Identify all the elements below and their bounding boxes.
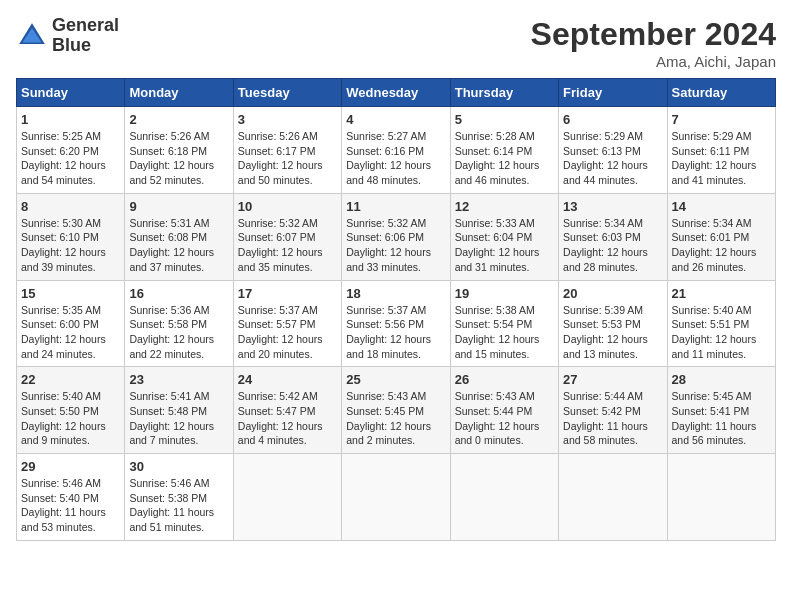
day-number: 27: [563, 372, 662, 387]
day-number: 15: [21, 286, 120, 301]
day-cell: 20Sunrise: 5:39 AMSunset: 5:53 PMDayligh…: [559, 280, 667, 367]
page-header: General Blue September 2024 Ama, Aichi, …: [16, 16, 776, 70]
day-info: Sunrise: 5:27 AMSunset: 6:16 PMDaylight:…: [346, 129, 445, 188]
day-number: 17: [238, 286, 337, 301]
day-info: Sunrise: 5:40 AMSunset: 5:50 PMDaylight:…: [21, 389, 120, 448]
day-number: 2: [129, 112, 228, 127]
day-cell: 12Sunrise: 5:33 AMSunset: 6:04 PMDayligh…: [450, 193, 558, 280]
day-info: Sunrise: 5:43 AMSunset: 5:45 PMDaylight:…: [346, 389, 445, 448]
month-title: September 2024: [531, 16, 776, 53]
day-cell: 29Sunrise: 5:46 AMSunset: 5:40 PMDayligh…: [17, 454, 125, 541]
day-number: 22: [21, 372, 120, 387]
header-monday: Monday: [125, 79, 233, 107]
day-info: Sunrise: 5:38 AMSunset: 5:54 PMDaylight:…: [455, 303, 554, 362]
day-cell: 10Sunrise: 5:32 AMSunset: 6:07 PMDayligh…: [233, 193, 341, 280]
header-sunday: Sunday: [17, 79, 125, 107]
calendar-table: Sunday Monday Tuesday Wednesday Thursday…: [16, 78, 776, 541]
day-cell: 23Sunrise: 5:41 AMSunset: 5:48 PMDayligh…: [125, 367, 233, 454]
day-info: Sunrise: 5:46 AMSunset: 5:38 PMDaylight:…: [129, 476, 228, 535]
day-cell: 16Sunrise: 5:36 AMSunset: 5:58 PMDayligh…: [125, 280, 233, 367]
empty-cell: [342, 454, 450, 541]
day-cell: 11Sunrise: 5:32 AMSunset: 6:06 PMDayligh…: [342, 193, 450, 280]
header-tuesday: Tuesday: [233, 79, 341, 107]
day-info: Sunrise: 5:43 AMSunset: 5:44 PMDaylight:…: [455, 389, 554, 448]
day-info: Sunrise: 5:36 AMSunset: 5:58 PMDaylight:…: [129, 303, 228, 362]
day-number: 6: [563, 112, 662, 127]
day-info: Sunrise: 5:32 AMSunset: 6:07 PMDaylight:…: [238, 216, 337, 275]
header-friday: Friday: [559, 79, 667, 107]
day-cell: 3Sunrise: 5:26 AMSunset: 6:17 PMDaylight…: [233, 107, 341, 194]
day-number: 13: [563, 199, 662, 214]
day-info: Sunrise: 5:42 AMSunset: 5:47 PMDaylight:…: [238, 389, 337, 448]
day-info: Sunrise: 5:29 AMSunset: 6:13 PMDaylight:…: [563, 129, 662, 188]
day-number: 12: [455, 199, 554, 214]
day-cell: 22Sunrise: 5:40 AMSunset: 5:50 PMDayligh…: [17, 367, 125, 454]
day-info: Sunrise: 5:46 AMSunset: 5:40 PMDaylight:…: [21, 476, 120, 535]
day-info: Sunrise: 5:40 AMSunset: 5:51 PMDaylight:…: [672, 303, 771, 362]
day-number: 4: [346, 112, 445, 127]
day-cell: 18Sunrise: 5:37 AMSunset: 5:56 PMDayligh…: [342, 280, 450, 367]
day-cell: 30Sunrise: 5:46 AMSunset: 5:38 PMDayligh…: [125, 454, 233, 541]
day-number: 8: [21, 199, 120, 214]
day-cell: 5Sunrise: 5:28 AMSunset: 6:14 PMDaylight…: [450, 107, 558, 194]
day-cell: 24Sunrise: 5:42 AMSunset: 5:47 PMDayligh…: [233, 367, 341, 454]
day-number: 30: [129, 459, 228, 474]
day-number: 9: [129, 199, 228, 214]
title-block: September 2024 Ama, Aichi, Japan: [531, 16, 776, 70]
day-info: Sunrise: 5:31 AMSunset: 6:08 PMDaylight:…: [129, 216, 228, 275]
day-info: Sunrise: 5:37 AMSunset: 5:56 PMDaylight:…: [346, 303, 445, 362]
calendar-row: 8Sunrise: 5:30 AMSunset: 6:10 PMDaylight…: [17, 193, 776, 280]
day-cell: 13Sunrise: 5:34 AMSunset: 6:03 PMDayligh…: [559, 193, 667, 280]
day-cell: 14Sunrise: 5:34 AMSunset: 6:01 PMDayligh…: [667, 193, 775, 280]
empty-cell: [559, 454, 667, 541]
logo: General Blue: [16, 16, 119, 56]
calendar-row: 1Sunrise: 5:25 AMSunset: 6:20 PMDaylight…: [17, 107, 776, 194]
day-cell: 2Sunrise: 5:26 AMSunset: 6:18 PMDaylight…: [125, 107, 233, 194]
logo-text: General Blue: [52, 16, 119, 56]
day-info: Sunrise: 5:26 AMSunset: 6:18 PMDaylight:…: [129, 129, 228, 188]
day-info: Sunrise: 5:25 AMSunset: 6:20 PMDaylight:…: [21, 129, 120, 188]
day-info: Sunrise: 5:29 AMSunset: 6:11 PMDaylight:…: [672, 129, 771, 188]
weekday-header-row: Sunday Monday Tuesday Wednesday Thursday…: [17, 79, 776, 107]
day-number: 20: [563, 286, 662, 301]
empty-cell: [233, 454, 341, 541]
day-info: Sunrise: 5:26 AMSunset: 6:17 PMDaylight:…: [238, 129, 337, 188]
header-thursday: Thursday: [450, 79, 558, 107]
day-cell: 7Sunrise: 5:29 AMSunset: 6:11 PMDaylight…: [667, 107, 775, 194]
day-info: Sunrise: 5:34 AMSunset: 6:01 PMDaylight:…: [672, 216, 771, 275]
day-cell: 1Sunrise: 5:25 AMSunset: 6:20 PMDaylight…: [17, 107, 125, 194]
header-saturday: Saturday: [667, 79, 775, 107]
day-number: 3: [238, 112, 337, 127]
day-number: 11: [346, 199, 445, 214]
day-number: 7: [672, 112, 771, 127]
day-number: 18: [346, 286, 445, 301]
day-number: 25: [346, 372, 445, 387]
day-cell: 4Sunrise: 5:27 AMSunset: 6:16 PMDaylight…: [342, 107, 450, 194]
day-number: 19: [455, 286, 554, 301]
day-info: Sunrise: 5:33 AMSunset: 6:04 PMDaylight:…: [455, 216, 554, 275]
day-info: Sunrise: 5:32 AMSunset: 6:06 PMDaylight:…: [346, 216, 445, 275]
day-number: 21: [672, 286, 771, 301]
day-number: 5: [455, 112, 554, 127]
day-number: 14: [672, 199, 771, 214]
day-info: Sunrise: 5:39 AMSunset: 5:53 PMDaylight:…: [563, 303, 662, 362]
empty-cell: [667, 454, 775, 541]
header-wednesday: Wednesday: [342, 79, 450, 107]
day-number: 26: [455, 372, 554, 387]
day-cell: 28Sunrise: 5:45 AMSunset: 5:41 PMDayligh…: [667, 367, 775, 454]
day-info: Sunrise: 5:41 AMSunset: 5:48 PMDaylight:…: [129, 389, 228, 448]
calendar-row: 29Sunrise: 5:46 AMSunset: 5:40 PMDayligh…: [17, 454, 776, 541]
calendar-row: 15Sunrise: 5:35 AMSunset: 6:00 PMDayligh…: [17, 280, 776, 367]
day-cell: 8Sunrise: 5:30 AMSunset: 6:10 PMDaylight…: [17, 193, 125, 280]
day-cell: 6Sunrise: 5:29 AMSunset: 6:13 PMDaylight…: [559, 107, 667, 194]
day-number: 16: [129, 286, 228, 301]
day-info: Sunrise: 5:30 AMSunset: 6:10 PMDaylight:…: [21, 216, 120, 275]
day-cell: 27Sunrise: 5:44 AMSunset: 5:42 PMDayligh…: [559, 367, 667, 454]
day-number: 28: [672, 372, 771, 387]
day-info: Sunrise: 5:28 AMSunset: 6:14 PMDaylight:…: [455, 129, 554, 188]
day-info: Sunrise: 5:34 AMSunset: 6:03 PMDaylight:…: [563, 216, 662, 275]
day-info: Sunrise: 5:37 AMSunset: 5:57 PMDaylight:…: [238, 303, 337, 362]
day-cell: 26Sunrise: 5:43 AMSunset: 5:44 PMDayligh…: [450, 367, 558, 454]
day-number: 1: [21, 112, 120, 127]
day-cell: 21Sunrise: 5:40 AMSunset: 5:51 PMDayligh…: [667, 280, 775, 367]
